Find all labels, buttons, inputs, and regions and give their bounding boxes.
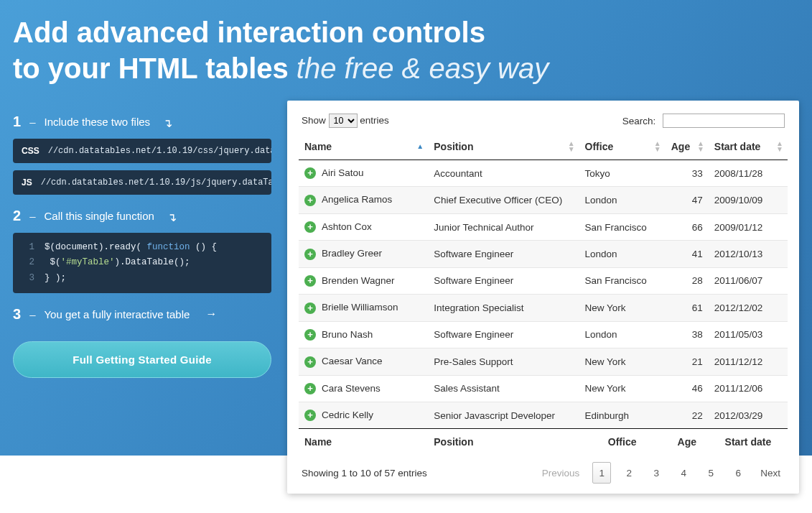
- length-control: Show 10 entries: [302, 114, 389, 128]
- cell-age: 47: [666, 187, 709, 213]
- getting-started-button[interactable]: Full Getting Started Guide: [13, 341, 271, 378]
- cell-age: 22: [666, 402, 709, 428]
- col-header-name[interactable]: Name▲: [299, 134, 428, 160]
- cell-position: Pre-Sales Support: [428, 348, 579, 375]
- step-2-text: Call this single function: [44, 210, 154, 222]
- paginate-page[interactable]: 6: [729, 462, 747, 484]
- table-row: +Cedric KellySenior Javascript Developer…: [299, 402, 788, 428]
- table-row: +Ashton CoxJunior Technical AuthorSan Fr…: [299, 213, 788, 240]
- col-header-position[interactable]: Position▲▼: [428, 134, 579, 160]
- length-select[interactable]: 10: [329, 114, 358, 128]
- cell-position: Sales Assistant: [428, 375, 579, 402]
- cell-start: 2012/03/29: [709, 402, 788, 428]
- cell-office: London: [579, 187, 666, 213]
- paginate-page[interactable]: 1: [592, 462, 611, 484]
- table-row: +Bradley GreerSoftware EngineerLondon412…: [299, 241, 788, 267]
- css-label: CSS: [22, 146, 39, 156]
- col-footer-name: Name: [299, 429, 428, 456]
- cell-start: 2011/12/12: [709, 348, 788, 375]
- cell-start: 2009/01/12: [709, 213, 788, 240]
- cell-position: Software Engineer: [428, 321, 579, 348]
- cell-start: 2011/05/03: [709, 321, 788, 348]
- cell-office: New York: [579, 295, 666, 321]
- table-info: Showing 1 to 10 of 57 entries: [302, 468, 427, 479]
- cell-age: 28: [666, 267, 709, 294]
- step-3-number: 3: [13, 306, 21, 323]
- step-3-text: You get a fully interactive table: [44, 308, 190, 320]
- cell-age: 66: [666, 213, 709, 240]
- step-1-number: 1: [13, 114, 21, 130]
- expand-row-icon[interactable]: +: [304, 302, 316, 314]
- cell-name: Brielle Williamson: [322, 302, 398, 313]
- col-header-age[interactable]: Age▲▼: [666, 134, 709, 160]
- cell-name: Airi Satou: [322, 167, 364, 178]
- table-row: +Brenden WagnerSoftware EngineerSan Fran…: [299, 267, 788, 294]
- expand-row-icon[interactable]: +: [304, 275, 316, 287]
- cell-position: Chief Executive Officer (CEO): [428, 187, 579, 213]
- cell-age: 61: [666, 295, 709, 321]
- paginate-page[interactable]: 5: [701, 462, 720, 484]
- expand-row-icon[interactable]: +: [304, 410, 316, 421]
- expand-row-icon[interactable]: +: [304, 167, 316, 179]
- css-path: //cdn.datatables.net/1.10.19/css/jquery.…: [48, 146, 271, 156]
- step-2-number: 2: [13, 208, 21, 224]
- search-label: Search:: [622, 116, 656, 126]
- cell-position: Software Engineer: [428, 241, 579, 267]
- col-header-office[interactable]: Office▲▼: [579, 134, 666, 160]
- cell-start: 2012/12/02: [709, 295, 788, 321]
- paginate-previous[interactable]: Previous: [538, 462, 584, 484]
- search-input[interactable]: [663, 114, 785, 128]
- cell-start: 2008/11/28: [709, 160, 788, 187]
- expand-row-icon[interactable]: +: [304, 221, 316, 233]
- hero: Add advanced interaction controls to you…: [0, 0, 812, 93]
- cell-start: 2009/10/09: [709, 187, 788, 213]
- cell-position: Senior Javascript Developer: [428, 402, 579, 428]
- sort-both-icon: ▲▼: [776, 141, 783, 152]
- paginate-page[interactable]: 3: [647, 462, 666, 484]
- cell-name: Angelica Ramos: [322, 194, 392, 205]
- cell-age: 41: [666, 241, 709, 267]
- cell-office: London: [579, 321, 666, 348]
- sort-both-icon: ▲▼: [654, 141, 661, 152]
- cell-position: Integration Specialist: [428, 295, 579, 321]
- cell-office: Edinburgh: [579, 402, 666, 428]
- step-3-heading: 3 – You get a fully interactive table →: [13, 306, 271, 323]
- data-table: Name▲ Position▲▼ Office▲▼ Age▲▼ Start da…: [299, 134, 788, 455]
- include-js-bar[interactable]: JS //cdn.datatables.net/1.10.19/js/jquer…: [13, 170, 271, 195]
- paginate-page[interactable]: 2: [620, 462, 638, 484]
- paginate-page[interactable]: 4: [674, 462, 693, 484]
- expand-row-icon[interactable]: +: [304, 249, 316, 260]
- sort-asc-icon: ▲: [416, 144, 424, 149]
- cell-name: Brenden Wagner: [322, 275, 395, 286]
- table-row: +Angelica RamosChief Executive Officer (…: [299, 187, 788, 213]
- cell-age: 46: [666, 375, 709, 402]
- cell-age: 21: [666, 348, 709, 375]
- arrow-down-icon: ↴: [167, 211, 177, 224]
- cell-name: Cara Stevens: [322, 383, 381, 394]
- step-1-text: Include these two files: [44, 116, 150, 128]
- paginate-next[interactable]: Next: [756, 462, 785, 484]
- steps-column: 1 – Include these two files ↴ CSS //cdn.…: [13, 101, 271, 378]
- sort-both-icon: ▲▼: [697, 141, 704, 152]
- table-row: +Cara StevensSales AssistantNew York4620…: [299, 375, 788, 402]
- cell-name: Bradley Greer: [322, 248, 382, 259]
- expand-row-icon[interactable]: +: [304, 329, 316, 341]
- expand-row-icon[interactable]: +: [304, 195, 316, 206]
- arrow-down-icon: ↴: [163, 116, 172, 130]
- cell-position: Accountant: [428, 160, 579, 187]
- cell-office: San Francisco: [579, 267, 666, 294]
- table-row: +Airi SatouAccountantTokyo332008/11/28: [299, 160, 788, 187]
- col-header-start[interactable]: Start date▲▼: [709, 134, 788, 160]
- col-footer-age: Age: [666, 429, 709, 456]
- expand-row-icon[interactable]: +: [304, 383, 316, 394]
- code-snippet[interactable]: 1$(document).ready( function () { 2 $('#…: [13, 233, 271, 293]
- cell-name: Caesar Vance: [322, 356, 383, 366]
- include-css-bar[interactable]: CSS //cdn.datatables.net/1.10.19/css/jqu…: [13, 139, 271, 163]
- cell-start: 2012/10/13: [709, 241, 788, 267]
- arrow-right-icon: →: [205, 308, 217, 320]
- expand-row-icon[interactable]: +: [304, 356, 316, 368]
- table-row: +Brielle WilliamsonIntegration Specialis…: [299, 295, 788, 321]
- step-1-heading: 1 – Include these two files ↴: [13, 114, 271, 130]
- table-row: +Bruno NashSoftware EngineerLondon382011…: [299, 321, 788, 348]
- col-footer-start: Start date: [709, 429, 788, 456]
